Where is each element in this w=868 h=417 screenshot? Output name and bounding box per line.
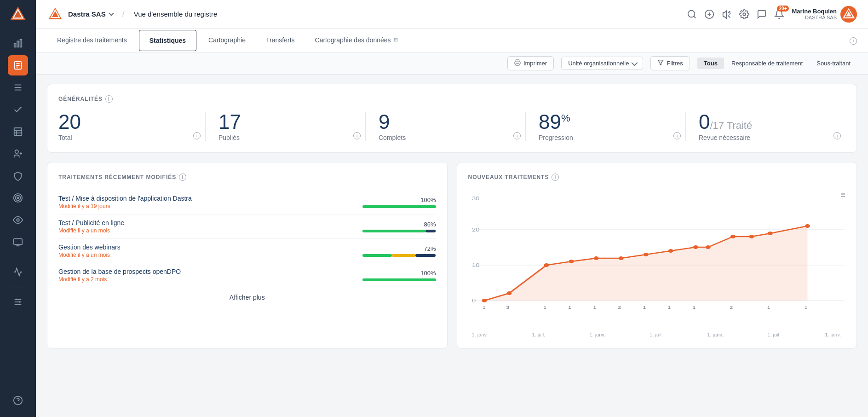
sidebar-item-register[interactable]	[8, 55, 28, 75]
svg-text:1: 1	[643, 305, 646, 310]
svg-point-64	[693, 245, 698, 249]
stat-revue-value: 0/17 Traité	[699, 112, 833, 132]
treatment-info: Gestion des webinars Modifié il y a un m…	[58, 243, 355, 258]
treatment-progress: 100%	[362, 197, 436, 208]
svg-point-16	[15, 150, 18, 153]
stat-progression-value: 89%	[539, 112, 673, 132]
stat-publies-info[interactable]: i	[353, 132, 361, 139]
stat-progression-info[interactable]: i	[673, 132, 681, 139]
stats-row: 20 Total i 17 Publiés i 9 Complets i	[58, 112, 845, 141]
filter-tab-sous-traitant[interactable]: Sous-traitant	[810, 58, 857, 69]
sidebar-item-analytics[interactable]	[8, 262, 28, 282]
progress-bar	[362, 205, 436, 208]
header-company[interactable]: Dastra SAS	[68, 10, 113, 18]
svg-rect-3	[17, 41, 19, 47]
filter-tab-tous[interactable]: Tous	[697, 58, 724, 69]
sidebar-item-settings[interactable]	[8, 292, 28, 312]
stat-complets-info[interactable]: i	[513, 132, 521, 139]
tab-statistiques[interactable]: Statistiques	[139, 30, 196, 51]
sidebar-item-screen[interactable]	[8, 232, 28, 252]
header-logo	[47, 6, 63, 23]
user-name: Marine Boquien	[792, 8, 837, 15]
sidebar-item-target[interactable]	[8, 188, 28, 208]
svg-point-69	[805, 224, 810, 228]
sidebar-divider-2	[9, 288, 27, 288]
chart-svg: 0 10 20 30	[472, 195, 845, 324]
generalites-info-icon[interactable]: i	[105, 95, 113, 103]
tab-registre[interactable]: Registre des traitements	[47, 30, 137, 51]
progress-navy	[415, 254, 436, 257]
stat-revue-info[interactable]: i	[834, 132, 841, 139]
treatment-item-2[interactable]: Gestion des webinars Modifié il y a un m…	[58, 239, 436, 263]
traitements-info-icon[interactable]: i	[179, 174, 186, 181]
show-more-button[interactable]: Afficher plus	[58, 287, 436, 301]
stat-total-info[interactable]: i	[193, 132, 201, 139]
svg-text:1: 1	[482, 305, 485, 310]
stat-complets-label: Complets	[379, 134, 512, 141]
gear-icon[interactable]	[739, 9, 749, 19]
stat-publies: 17 Publiés i	[206, 112, 366, 141]
svg-text:1: 1	[692, 305, 696, 310]
progress-green	[362, 230, 426, 232]
avatar[interactable]	[840, 6, 857, 23]
filter-tab-responsable[interactable]: Responsable de traitement	[725, 58, 809, 69]
user-info[interactable]: Marine Boquien DASTRA SAS	[792, 6, 857, 23]
filters-button[interactable]: Filtres	[650, 56, 690, 70]
tab-cartographie[interactable]: Cartographie	[198, 30, 256, 51]
x-label-6: 1. janv.	[825, 332, 841, 337]
notification-bell[interactable]: 20+	[774, 9, 784, 19]
svg-point-66	[730, 235, 735, 238]
stat-total-value: 20	[58, 112, 192, 132]
svg-rect-2	[14, 43, 16, 47]
progress-green	[362, 205, 436, 208]
treatment-name: Gestion des webinars	[58, 243, 355, 251]
treatment-pct: 100%	[362, 270, 436, 277]
tab-transferts[interactable]: Transferts	[256, 30, 305, 51]
treatment-name: Gestion de la base de prospects openDPO	[58, 268, 355, 275]
sidebar-item-users[interactable]	[8, 144, 28, 164]
treatment-date: Modifié il y a un mois	[58, 227, 355, 234]
sidebar-item-table[interactable]	[8, 122, 28, 142]
svg-text:2: 2	[618, 305, 621, 310]
chevron-down-icon	[632, 59, 638, 66]
notification-badge: 20+	[777, 6, 789, 12]
treatment-item-3[interactable]: Gestion de la base de prospects openDPO …	[58, 263, 436, 287]
search-icon[interactable]	[687, 9, 697, 19]
svg-text:10: 10	[472, 262, 480, 268]
message-icon[interactable]	[757, 9, 767, 19]
stat-progression: 89% Progression i	[526, 112, 686, 141]
svg-text:20: 20	[472, 227, 480, 233]
treatment-item-1[interactable]: Test / Publicité en ligne Modifié il y a…	[58, 214, 436, 239]
svg-rect-12	[14, 128, 22, 136]
svg-text:30: 30	[472, 196, 480, 202]
sidebar-logo[interactable]	[8, 5, 28, 24]
svg-text:1: 1	[543, 305, 546, 310]
nav-tabs: Registre des traitements Statistiques Ca…	[36, 29, 868, 52]
megaphone-icon[interactable]	[722, 9, 732, 19]
sidebar-item-dashboard[interactable]	[8, 33, 28, 53]
tab-info-icon[interactable]: i	[850, 36, 857, 45]
nouveaux-info-icon[interactable]: i	[552, 174, 559, 181]
chart-menu-icon[interactable]: ≡	[840, 190, 845, 200]
org-unit-button[interactable]: Unité organisationnelle	[561, 57, 643, 70]
progress-green	[362, 278, 436, 281]
sidebar-item-check[interactable]	[8, 99, 28, 120]
sidebar-item-list[interactable]	[8, 77, 28, 98]
progress-bar	[362, 254, 436, 257]
stat-revue: 0/17 Traité Revue nécessaire i	[686, 112, 845, 141]
treatment-pct: 86%	[362, 221, 436, 228]
treatment-item-0[interactable]: Test / Mise à disposition de l'applicati…	[58, 190, 436, 214]
stat-total: 20 Total i	[58, 112, 206, 141]
treatment-progress: 86%	[362, 221, 436, 232]
add-icon[interactable]	[704, 9, 714, 19]
sidebar-item-shield[interactable]	[8, 166, 28, 186]
svg-text:1: 1	[804, 305, 807, 310]
print-button[interactable]: Imprimer	[507, 56, 554, 70]
svg-marker-47	[658, 60, 664, 65]
treatment-date: Modifié il y a un mois	[58, 252, 355, 258]
tab-cartographie-donnees[interactable]: Cartographie des données ⊞	[305, 30, 408, 51]
progress-yellow	[392, 254, 415, 257]
sidebar-item-eye[interactable]	[8, 210, 28, 230]
header-separator: /	[122, 9, 125, 19]
sidebar-item-help[interactable]	[8, 390, 28, 411]
